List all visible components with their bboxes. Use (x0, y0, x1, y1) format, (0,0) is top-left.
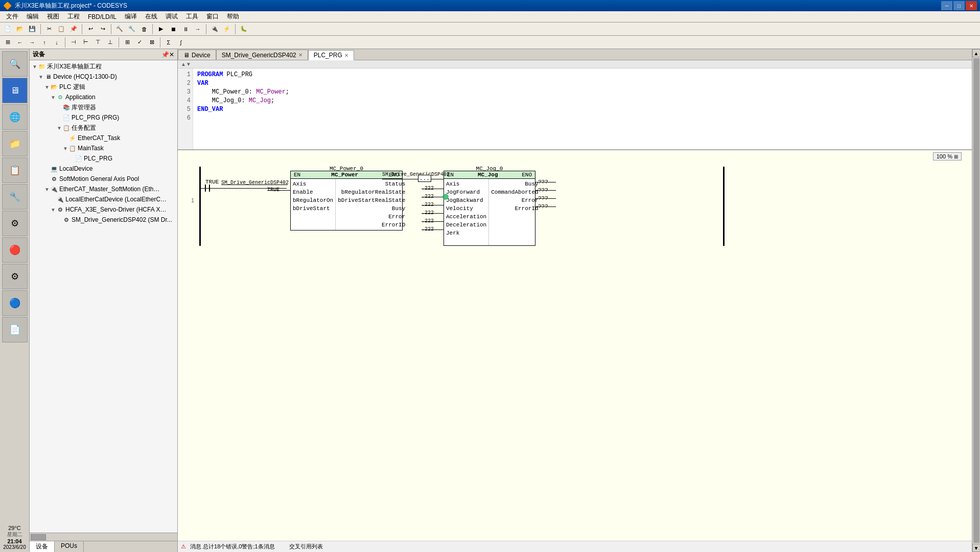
copy-btn[interactable]: 📋 (56, 24, 67, 35)
rebuild-btn[interactable]: 🔧 (126, 24, 137, 35)
tree-item-plcprg[interactable]: ▶ 📄 PLC_PRG (PRG) (30, 112, 177, 123)
pause-btn[interactable]: ⏸ (180, 24, 191, 35)
tree-item-libmgr[interactable]: ▶ 📚 库管理器 (30, 102, 177, 112)
menu-item-调试[interactable]: 调试 (161, 11, 182, 22)
expand-device[interactable]: ▼ (38, 74, 44, 80)
clean-btn[interactable]: 🗑 (138, 24, 150, 35)
menu-item-编辑[interactable]: 编辑 (22, 11, 43, 22)
mc-power-block[interactable]: EN MC_Power ENO Axis Enable bRegulatorOn (290, 171, 403, 231)
tb2-btn3[interactable]: → (27, 37, 38, 48)
left-icon-5[interactable]: 📋 (2, 157, 28, 183)
build-btn[interactable]: 🔨 (114, 24, 125, 35)
expand-hcfa[interactable]: ▼ (50, 206, 56, 213)
expand-taskconfig[interactable]: ▼ (56, 125, 62, 131)
sidebar-hscroll[interactable] (30, 533, 177, 541)
tb2-btn6[interactable]: ⊣ (68, 37, 79, 48)
tree-item-smdriver[interactable]: ▶ ⚙ SM_Drive_GenericDSP402 (SM Dr... (30, 215, 177, 225)
maximize-button[interactable]: □ (953, 1, 965, 10)
expand-application[interactable]: ▼ (50, 94, 56, 100)
tree-item-softmotion[interactable]: ▶ ⚙ SoftMotion General Axis Pool (30, 174, 177, 184)
scroll-up-btn[interactable]: ▲ (972, 49, 981, 57)
tb2-btn5[interactable]: ↓ (51, 37, 62, 48)
left-icon-2[interactable]: 🖥 (2, 78, 28, 103)
tb2-btn14[interactable]: ∫ (175, 37, 186, 48)
tb2-btn13[interactable]: Σ (163, 37, 174, 48)
menu-item-编译[interactable]: 编译 (121, 11, 141, 22)
left-icon-1[interactable]: 🔍 (2, 51, 28, 77)
tree-item-plc[interactable]: ▼ 📂 PLC 逻辑 (30, 82, 177, 92)
left-icon-8[interactable]: 🔴 (2, 237, 28, 263)
mc-jog-block[interactable]: EN MC_Jog ENO Axis JogForward JogBackwar… (444, 171, 535, 246)
left-icon-7[interactable]: ⚙ (2, 211, 28, 236)
step-btn[interactable]: → (192, 24, 203, 35)
right-scroll[interactable]: ▲ ▼ (972, 49, 980, 552)
left-icon-11[interactable]: 📄 (2, 317, 28, 342)
tab-device[interactable]: 🖥 Device (178, 50, 216, 60)
tree-item-root[interactable]: ▼ 📁 禾川X3E单轴新工程 (30, 61, 177, 72)
menu-item-文件[interactable]: 文件 (2, 11, 22, 22)
cut-btn[interactable]: ✂ (43, 24, 55, 35)
stop-btn[interactable]: ⏹ (168, 24, 179, 35)
new-btn[interactable]: 📄 (2, 24, 13, 35)
scroll-down-btn[interactable]: ▼ (972, 544, 981, 552)
connect-btn[interactable]: 🔌 (209, 24, 220, 35)
sidebar-tab-devices[interactable]: 设备 (30, 541, 55, 552)
left-icon-6[interactable]: 🔧 (2, 184, 28, 210)
left-icon-9[interactable]: ⚙ (2, 264, 28, 289)
menu-item-窗口[interactable]: 窗口 (202, 11, 223, 22)
tab-sm-drive[interactable]: SM_Drive_GenericDSP402 ✕ (216, 50, 308, 60)
zoom-fit-btn[interactable]: ⊞ (954, 154, 958, 159)
minimize-button[interactable]: ─ (941, 1, 952, 10)
expand-plc[interactable]: ▼ (44, 84, 50, 90)
fbd-wrapper[interactable]: 100 % ⊞ 1 TRUE (178, 150, 972, 541)
debug-btn[interactable]: 🐛 (238, 24, 249, 35)
close-button[interactable]: ✕ (966, 1, 977, 10)
tree-item-localethercat[interactable]: ▶ 🔌 LocalEtherCatDevice (LocalEtherCAT D… (30, 194, 177, 204)
tree-item-device[interactable]: ▼ 🖥 Device (HCQ1-1300-D) (30, 72, 177, 82)
undo-btn[interactable]: ↩ (85, 24, 96, 35)
disconnect-btn[interactable]: ⚡ (221, 24, 232, 35)
tree-item-localdevice[interactable]: ▶ 💻 LocalDevice (30, 164, 177, 174)
paste-btn[interactable]: 📌 (68, 24, 79, 35)
left-icon-4[interactable]: 📁 (2, 131, 28, 156)
tab-sm-close[interactable]: ✕ (298, 52, 302, 58)
tab-plcprg-close[interactable]: ✕ (344, 53, 348, 58)
tb2-btn7[interactable]: ⊢ (80, 37, 91, 48)
tb2-btn2[interactable]: ← (14, 37, 26, 48)
tree-item-application[interactable]: ▼ ⚙ Application (30, 92, 177, 102)
menu-item-FBD/LD/IL[interactable]: FBD/LD/IL (84, 12, 121, 21)
tree-item-hcfa[interactable]: ▼ ⚙ HCFA_X3E_Servo-Driver (HCFA X3E Se..… (30, 204, 177, 215)
menu-item-在线[interactable]: 在线 (141, 11, 161, 22)
collapse-icon[interactable]: ▲▼ (181, 61, 191, 67)
expand-ethercat[interactable]: ▼ (44, 186, 50, 192)
tb2-btn9[interactable]: ⊥ (105, 37, 116, 48)
tree-item-ethercattask[interactable]: ▶ ⚡ EtherCAT_Task (30, 133, 177, 143)
scroll-thumb[interactable] (973, 58, 979, 543)
menu-item-帮助[interactable]: 帮助 (223, 11, 243, 22)
tree-item-taskconfig[interactable]: ▼ 📋 任务配置 (30, 123, 177, 133)
sidebar-close-btn[interactable]: ✕ (169, 51, 174, 58)
sidebar-pin-btn[interactable]: 📌 (161, 51, 169, 58)
tree-item-maintask[interactable]: ▼ 📋 MainTask (30, 143, 177, 153)
sidebar-tab-pous[interactable]: POUs (55, 541, 84, 552)
tb2-btn8[interactable]: ⊤ (92, 37, 104, 48)
tb2-btn1[interactable]: ⊞ (2, 37, 13, 48)
run-btn[interactable]: ▶ (155, 24, 167, 35)
crossref-link[interactable]: 交叉引用列表 (289, 543, 323, 550)
left-icon-3[interactable]: 🌐 (2, 104, 28, 130)
tb2-btn10[interactable]: ⊞ (122, 37, 133, 48)
menu-item-视图[interactable]: 视图 (43, 11, 63, 22)
tb2-btn12[interactable]: ⊠ (146, 37, 157, 48)
redo-btn[interactable]: ↪ (97, 24, 108, 35)
expand-root[interactable]: ▼ (32, 63, 38, 70)
menu-item-工具[interactable]: 工具 (182, 11, 202, 22)
open-btn[interactable]: 📂 (14, 24, 26, 35)
menu-item-工程[interactable]: 工程 (63, 11, 84, 22)
tb2-btn4[interactable]: ↑ (39, 37, 50, 48)
tab-plc-prg[interactable]: PLC_PRG ✕ (308, 50, 354, 60)
tree-item-plcprg2[interactable]: ▶ 📄 PLC_PRG (30, 153, 177, 164)
tb2-btn11[interactable]: ✓ (134, 37, 145, 48)
save-btn[interactable]: 💾 (27, 24, 38, 35)
code-editor[interactable]: PROGRAM PLC_PRG VAR MC_Power_0: MC_Power… (193, 68, 972, 149)
left-icon-10[interactable]: 🔵 (2, 290, 28, 316)
